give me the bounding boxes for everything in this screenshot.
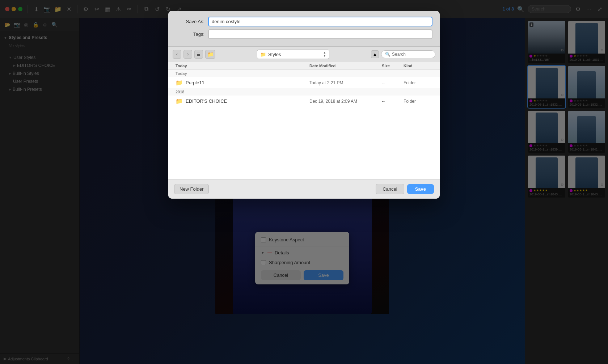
browser-empty-space	[168, 107, 440, 179]
save-button[interactable]: Save	[407, 184, 434, 194]
group-2018: 2018	[168, 88, 440, 96]
group-today: Today	[168, 70, 440, 77]
tags-input[interactable]	[208, 29, 432, 39]
save-as-row: Save As:	[176, 17, 432, 26]
dialog-search-box: 🔍	[381, 50, 435, 58]
save-dialog: Save As: Tags: ‹ › ☰ 📁 📁 Styles ▲	[168, 11, 440, 199]
dialog-footer: New Folder Cancel Save	[168, 179, 440, 199]
item-date-purple11: Today at 2:21 PM	[309, 80, 382, 85]
col-header-size: Size	[382, 64, 404, 68]
item-name-editors-choice: EDITOR'S CHOICE	[186, 98, 309, 104]
browser-item-purple11[interactable]: 📁 Purple11 Today at 2:21 PM -- Folder	[168, 77, 440, 88]
tags-row: Tags:	[176, 29, 432, 39]
col-headers: Today Date Modified Size Kind	[168, 62, 440, 70]
item-name-purple11: Purple11	[186, 80, 309, 85]
item-kind-purple11: Folder	[404, 80, 432, 85]
new-folder-button[interactable]: New Folder	[174, 184, 209, 194]
folder-icon-purple11: 📁	[176, 79, 183, 86]
location-label: Styles	[268, 52, 321, 57]
cancel-button[interactable]: Cancel	[376, 184, 404, 194]
save-as-input[interactable]	[208, 17, 432, 26]
tags-label: Tags:	[176, 31, 204, 37]
item-kind-editors-choice: Folder	[404, 99, 432, 104]
save-as-label: Save As:	[176, 19, 204, 24]
view-options-button[interactable]: ☰	[194, 50, 203, 59]
dialog-toolbar: ‹ › ☰ 📁 📁 Styles ▲ ▼ ▲ 🔍	[168, 47, 440, 62]
folder-icon-editors-choice: 📁	[176, 98, 183, 105]
dialog-browser: Today Date Modified Size Kind Today 📁 Pu…	[168, 62, 440, 179]
item-date-editors-choice: Dec 19, 2018 at 2:09 AM	[309, 99, 382, 104]
dialog-header: Save As: Tags:	[168, 11, 440, 47]
new-folder-nav-button[interactable]: 📁	[205, 50, 215, 59]
search-icon: 🔍	[385, 52, 390, 57]
dialog-overlay: Save As: Tags: ‹ › ☰ 📁 📁 Styles ▲	[0, 0, 608, 364]
location-picker[interactable]: 📁 Styles ▲ ▼	[257, 50, 329, 59]
item-size-editors-choice: --	[382, 99, 404, 104]
col-header-date: Date Modified	[309, 64, 382, 68]
back-button[interactable]: ‹	[173, 50, 181, 59]
folder-blue-icon: 📁	[260, 52, 266, 57]
item-size-purple11: --	[382, 80, 404, 85]
expand-button[interactable]: ▲	[371, 50, 379, 58]
col-header-name: Today	[176, 64, 309, 68]
col-header-kind: Kind	[404, 64, 432, 68]
forward-button[interactable]: ›	[183, 50, 192, 59]
dialog-search-input[interactable]	[392, 52, 431, 57]
location-arrows: ▲ ▼	[323, 51, 326, 58]
browser-item-editors-choice[interactable]: 📁 EDITOR'S CHOICE Dec 19, 2018 at 2:09 A…	[168, 96, 440, 107]
